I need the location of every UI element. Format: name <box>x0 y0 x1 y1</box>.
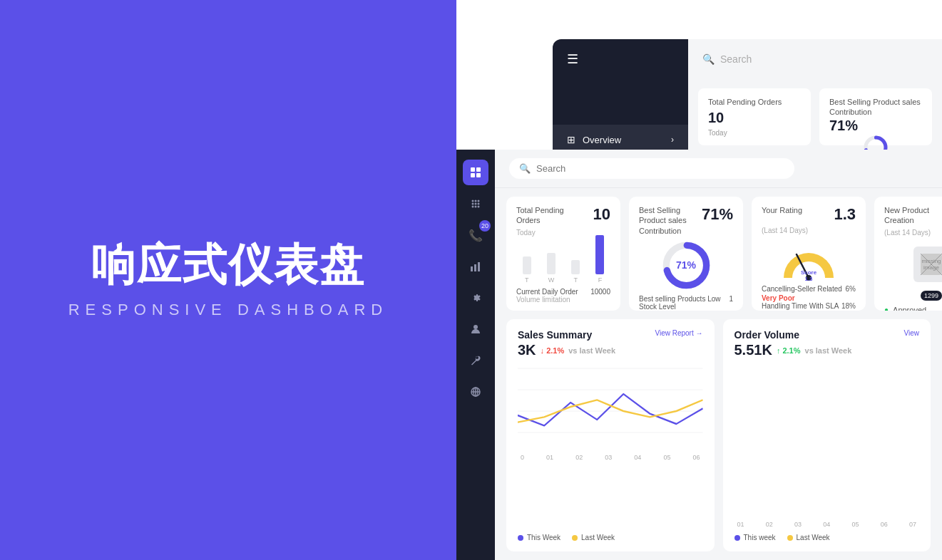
bar-label-t1: T <box>525 276 529 284</box>
orders-change: ↑ 2.1% <box>777 346 801 355</box>
legend-last-week-orders: Last Week <box>787 534 830 541</box>
svg-point-12 <box>472 206 474 208</box>
donut-container: 71% <box>639 239 733 292</box>
chart-card-order-volume: Order Volume View 5.51K ↑ 2.1% vs last W… <box>723 319 931 551</box>
bg-nav-arrow: › <box>671 135 674 145</box>
sidebar-icon-dots[interactable] <box>463 191 488 217</box>
product-chip: 1299 <box>921 291 942 301</box>
chart-view-report-sales[interactable]: View Report → <box>655 329 702 337</box>
stat-card-rating: Your Rating 1.3 (Last 14 Days) <box>752 197 866 311</box>
phone-icon: 📞 <box>469 229 483 242</box>
search-input-wrapper[interactable]: 🔍 <box>509 158 794 179</box>
sidebar: 📞 20 <box>456 150 495 560</box>
sales-change-sub: vs last Week <box>568 346 615 355</box>
stat-card-new-product: New Product Creation (Last 14 Days) miss… <box>874 197 942 311</box>
promo-title: 响应式仪表盘 <box>91 241 365 289</box>
sidebar-icon-gear[interactable] <box>463 285 488 311</box>
wrench-icon <box>470 355 481 366</box>
sales-value: 3K <box>518 342 536 358</box>
svg-rect-15 <box>471 266 473 271</box>
chart-card-sales: Sales Summary View Report → 3K ↓ 2.1% vs… <box>506 319 715 551</box>
svg-point-18 <box>473 325 478 329</box>
x-label-4: 04 <box>634 454 641 461</box>
stat-card-header-3: Your Rating 1.3 <box>762 205 856 224</box>
stat-card-title-3: Your Rating <box>762 205 802 215</box>
bar-col-w: W <box>541 253 561 284</box>
bar-f <box>595 235 604 274</box>
svg-text:Score: Score <box>801 269 817 276</box>
gauge-svg: Score 1.3 <box>777 239 841 285</box>
search-input[interactable] <box>536 163 784 174</box>
chart-title-orders: Order Volume <box>734 329 800 341</box>
bar-col-f: F <box>590 235 610 284</box>
stat-card-footer-1: Current Daily Order 10000 Volume limitat… <box>516 288 610 304</box>
bg-search-area: 🔍 Search <box>688 39 942 78</box>
order-x-5: 05 <box>851 521 859 528</box>
stat-card-value-2: 71% <box>702 205 733 224</box>
bg-stat-card-1: Total Pending Orders 10 Today <box>698 88 811 145</box>
sidebar-icon-chart[interactable] <box>463 254 488 279</box>
bg-search-icon: 🔍 <box>702 53 715 65</box>
very-poor-1: Very Poor <box>762 294 795 302</box>
bg-search-text: Search <box>720 53 752 65</box>
sidebar-icon-wrench[interactable] <box>463 348 488 373</box>
bar-chart-area-orders <box>734 364 920 519</box>
rating-row-1: Cancelling-Seller Related 6% <box>762 285 856 293</box>
svg-point-9 <box>472 203 474 205</box>
sidebar-icon-phone[interactable]: 📞 20 <box>463 222 488 248</box>
rating-row-2: Handling Time With SLA 18% <box>762 302 856 310</box>
charts-row: Sales Summary View Report → 3K ↓ 2.1% vs… <box>495 319 942 560</box>
bar-col-t1: T <box>516 256 537 284</box>
bar-w <box>547 253 556 274</box>
stat-card-sub-3: (Last 14 Days) <box>762 227 856 234</box>
x-label-2: 02 <box>575 454 583 461</box>
bg-nav-icon: ⊞ <box>567 134 575 145</box>
x-label-3: 03 <box>605 454 612 461</box>
order-legend-last-week: Last Week <box>797 534 830 541</box>
chart-view-report-orders[interactable]: View <box>904 329 920 337</box>
svg-point-13 <box>475 206 477 208</box>
svg-rect-17 <box>478 262 480 271</box>
bg-stat-title-1: Total Pending Orders <box>708 97 801 107</box>
svg-rect-3 <box>476 167 481 172</box>
bg-nav-label: Overview <box>583 135 621 145</box>
x-label-1: 01 <box>546 454 553 461</box>
phone-badge: 20 <box>479 220 491 232</box>
rating-label-2: Handling Time With SLA <box>762 302 839 310</box>
order-legend-this-week: This week <box>744 534 776 541</box>
sidebar-icon-user[interactable] <box>463 316 488 342</box>
bar-col-t2: T <box>565 260 586 284</box>
dots-grid-icon <box>470 198 481 209</box>
footer-label-1: Current Daily Order <box>516 288 578 296</box>
product-image: missing image <box>913 247 942 282</box>
stat-card-title-1: Total Pending Orders <box>516 205 588 226</box>
stat-card-title-2: Best Selling Product sales Contribution <box>639 205 702 236</box>
globe-icon <box>470 386 481 398</box>
svg-rect-2 <box>471 167 475 172</box>
grid-icon <box>470 167 481 178</box>
chart-legend-orders: This week Last Week <box>734 534 920 541</box>
missing-image-text: missing image <box>921 258 942 271</box>
bar-chart-container-1: T W T F <box>516 241 610 284</box>
legend-dot-yellow <box>572 535 578 541</box>
product-visual: missing image <box>884 244 942 285</box>
legend-this-week-orders: This week <box>734 534 776 541</box>
sidebar-icon-globe[interactable] <box>463 379 488 405</box>
mini-bar-chart-1: T W T F <box>516 241 610 284</box>
gauge-container: Score 1.3 <box>762 239 856 285</box>
stat-card-value-1: 10 <box>593 205 610 224</box>
order-x-2: 02 <box>766 521 773 528</box>
stat-card-header-1: Total Pending Orders 10 <box>516 205 610 226</box>
rating-pct-1: 6% <box>846 285 856 293</box>
promo-subtitle: RESPONSIVE DASHBOARD <box>68 301 389 319</box>
legend-this-week-sales: This Week <box>518 534 560 541</box>
svg-point-14 <box>478 206 480 208</box>
product-status-approved: ● Approved <box>884 306 942 311</box>
svg-rect-4 <box>471 173 475 177</box>
sidebar-icon-grid[interactable] <box>463 160 488 185</box>
chart-title-sales: Sales Summary <box>518 329 592 341</box>
line-chart-area-sales: 0 01 02 03 04 05 06 <box>518 364 703 528</box>
bar-label-w: W <box>548 276 555 284</box>
footer-value-1: 10000 <box>590 288 610 296</box>
product-chip-container: 1299 <box>884 288 942 303</box>
